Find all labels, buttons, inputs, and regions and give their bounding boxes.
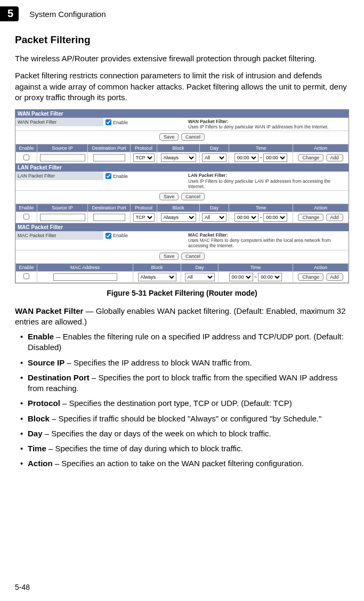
list-item: Source IP – Specifies the IP address to …: [20, 358, 349, 368]
mac-th-action: Action: [293, 263, 349, 271]
lan-save-button[interactable]: Save: [159, 193, 179, 200]
wan-th-action: Action: [293, 144, 349, 152]
mac-enable-checkbox[interactable]: [106, 233, 111, 239]
item-text: – Specifies an action to take on the WAN…: [53, 459, 304, 468]
lan-protocol-select[interactable]: TCP: [133, 213, 155, 222]
chapter-title: System Configuration: [29, 10, 106, 19]
lan-row-enable-checkbox[interactable]: [23, 214, 29, 220]
mac-add-button[interactable]: Add: [326, 273, 343, 281]
item-term: Block: [28, 414, 50, 423]
list-item: Enable – Enables the filtering rule on a…: [20, 331, 349, 353]
lan-desc-body: Uses IP Filters to deny particular LAN I…: [188, 178, 330, 189]
lan-add-button[interactable]: Add: [326, 214, 343, 221]
mac-save-button[interactable]: Save: [159, 253, 179, 260]
wan-source-ip-input[interactable]: [40, 154, 85, 161]
item-term: Time: [28, 444, 46, 453]
lan-enable-checkbox[interactable]: [106, 173, 111, 179]
lan-th-protocol: Protocol: [131, 204, 157, 212]
lan-dest-port-input[interactable]: [93, 214, 125, 221]
mac-desc-body: Uses MAC Filters to deny computers withi…: [188, 238, 330, 248]
list-item: Block – Specifies if traffic should be b…: [20, 413, 349, 424]
item-term: Enable: [28, 332, 54, 341]
definition-list: Enable – Enables the filtering rule on a…: [15, 331, 349, 469]
wan-panel-row: WAN Packet Filter Enable WAN Packet Filt…: [15, 118, 349, 131]
tilde-icon: ~: [260, 155, 262, 160]
lan-panel-row: LAN Packet Filter Enable LAN Packet Filt…: [15, 172, 349, 191]
lan-time-to-select[interactable]: 00:00: [263, 213, 287, 222]
wan-block-select[interactable]: Always: [161, 153, 196, 162]
mac-block-select[interactable]: Always: [138, 273, 176, 281]
mac-desc: MAC Packet Filter: Uses MAC Filters to d…: [186, 231, 349, 250]
tilde-icon: ~: [254, 274, 257, 280]
wan-filter-lead: WAN Packet Filter — Globally enables WAN…: [15, 306, 349, 328]
mac-cancel-button[interactable]: Cancel: [181, 253, 205, 260]
wan-enable-checkbox[interactable]: [106, 119, 111, 125]
mac-panel-header: MAC Packet Filter: [15, 223, 349, 231]
list-item: Protocol – Specifies the destination por…: [20, 398, 349, 409]
lan-change-button[interactable]: Change: [298, 214, 323, 221]
mac-th-day: Day: [181, 263, 219, 271]
lan-desc-title: LAN Packet Filter:: [188, 173, 346, 178]
mac-time-to-select[interactable]: 00:00: [258, 273, 282, 281]
wan-desc-body: Uses IP Filters to deny particular WAN I…: [188, 124, 328, 129]
wan-panel-header: WAN Packet Filter: [15, 110, 349, 118]
lan-row-label: LAN Packet Filter: [15, 172, 103, 180]
mac-panel-row: MAC Packet Filter Enable MAC Packet Filt…: [15, 231, 349, 250]
lan-desc: LAN Packet Filter: Uses IP Filters to de…: [186, 172, 349, 190]
lan-cancel-button[interactable]: Cancel: [181, 193, 205, 200]
wan-protocol-select[interactable]: TCP: [133, 153, 155, 162]
mac-filter-row: Always All 00:00 ~ 00:00 Change Add: [16, 271, 349, 282]
lan-block-select[interactable]: Always: [161, 213, 196, 222]
wan-change-button[interactable]: Change: [298, 154, 323, 161]
item-term: Day: [28, 429, 43, 438]
wan-time-from-select[interactable]: 00:00: [234, 153, 258, 162]
wan-th-sourceip: Source IP: [37, 144, 88, 152]
mac-day-select[interactable]: All: [185, 273, 215, 281]
figure-caption: Figure 5-31 Packet Filtering (Router mod…: [15, 289, 349, 297]
item-text: – Specifies the IP address to block WAN …: [64, 358, 252, 367]
list-item: Day – Specifies the day or days of the w…: [20, 428, 349, 439]
lan-day-select[interactable]: All: [202, 213, 227, 222]
mac-enable-label: Enable: [113, 233, 128, 238]
mac-time-from-select[interactable]: 00:00: [229, 273, 253, 281]
mac-th-block: Block: [133, 263, 181, 271]
lan-th-action: Action: [293, 204, 349, 212]
lan-th-day: Day: [200, 204, 229, 212]
lan-enable-label: Enable: [113, 174, 128, 179]
wan-desc: WAN Packet Filter: Uses IP Filters to de…: [186, 118, 349, 131]
lan-source-ip-input[interactable]: [40, 214, 85, 221]
wan-th-time: Time: [229, 144, 293, 152]
wan-th-block: Block: [157, 144, 200, 152]
wan-th-day: Day: [200, 144, 229, 152]
list-item: Time – Specifies the time of day during …: [20, 443, 349, 454]
lan-th-time: Time: [229, 204, 293, 212]
lan-panel-header: LAN Packet Filter: [15, 164, 349, 172]
mac-filter-table: Enable MAC Address Block Day Time Action…: [15, 263, 349, 283]
wan-dest-port-input[interactable]: [93, 154, 125, 161]
item-term: Protocol: [28, 399, 60, 408]
item-text: – Specifies the time of day during which…: [46, 444, 243, 453]
chapter-number-badge: 5: [0, 6, 19, 21]
wan-th-enable: Enable: [16, 144, 37, 152]
wan-row-enable-checkbox[interactable]: [23, 155, 29, 160]
wan-cancel-button[interactable]: Cancel: [181, 133, 205, 141]
mac-row-enable-checkbox[interactable]: [23, 273, 29, 279]
wan-time-to-select[interactable]: 00:00: [263, 153, 287, 162]
wan-day-select[interactable]: All: [202, 153, 227, 162]
lan-filter-row: TCP Always All 00:00 ~ 00:00 Change Add: [16, 212, 349, 223]
item-text: – Specifies the destination port type, T…: [60, 399, 292, 408]
mac-th-enable: Enable: [16, 263, 37, 271]
section-heading: Packet Filtering: [15, 34, 349, 46]
wan-save-button[interactable]: Save: [159, 133, 179, 141]
wan-row-label: WAN Packet Filter: [15, 118, 103, 126]
figure-screenshot: WAN Packet Filter WAN Packet Filter Enab…: [15, 109, 349, 283]
mac-address-input[interactable]: [53, 273, 117, 281]
tilde-icon: ~: [260, 215, 262, 220]
lan-time-from-select[interactable]: 00:00: [234, 213, 258, 222]
mac-row-label: MAC Packet Filter: [15, 231, 103, 240]
wan-th-protocol: Protocol: [131, 144, 157, 152]
mac-desc-title: MAC Packet Filter:: [188, 232, 346, 238]
mac-change-button[interactable]: Change: [298, 273, 323, 281]
item-term: Destination Port: [28, 373, 90, 382]
wan-add-button[interactable]: Add: [326, 154, 343, 161]
